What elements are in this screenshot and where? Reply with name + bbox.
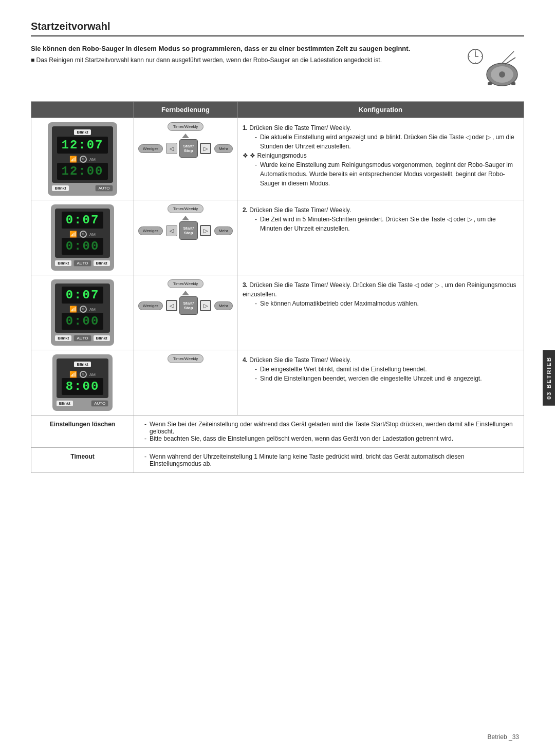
display-screen-2: 0:07 📶 ⊕ AM 0:00	[55, 209, 110, 258]
device-display-1: Blinkt 12:07 📶 ⊕ AM 12:00 Blinkt AUTO	[48, 122, 117, 196]
blink-label-left-3: Blinkt	[55, 335, 71, 341]
blink-label-left-2: Blinkt	[55, 260, 71, 266]
blink-label-right-3: Blinkt	[94, 335, 110, 341]
device-display-2: 0:07 📶 ⊕ AM 0:00 Blinkt AUTO Blinkt	[51, 204, 114, 271]
timer-weekly-btn-1[interactable]: Timer/Weekly	[168, 122, 203, 131]
blink-label-bottom-4: Blinkt	[57, 401, 73, 406]
svg-point-9	[499, 71, 505, 78]
auto-badge-3: AUTO	[73, 335, 91, 342]
nav-cluster-3: Weniger ◁ Start/Stop ▷ Mehr	[138, 291, 233, 315]
am-text-2: AM	[89, 232, 96, 237]
left-arrow-btn-1[interactable]: ◁	[166, 143, 177, 154]
nav-cluster-1: Weniger ◁ Start/Stop ▷ Mehr	[138, 134, 233, 158]
blink-badge-top-4: Blinkt	[74, 362, 90, 367]
col-config-header: Konfiguration	[237, 102, 524, 118]
rmt-row-mid-2: Weniger ◁ Start/Stop ▷ Mehr	[138, 221, 233, 240]
rmt-row-mid-1: Weniger ◁ Start/Stop ▷ Mehr	[138, 139, 233, 158]
auto-badge-4: AUTO	[91, 400, 108, 407]
side-tab: 03 BETRIEB	[543, 350, 555, 406]
rmt-row-mid-3: Weniger ◁ Start/Stop ▷ Mehr	[138, 296, 233, 315]
signal-icon-3: 📶	[69, 306, 77, 313]
display-bottom-1: 📶 ⊕ AM	[69, 156, 96, 163]
timer-weekly-btn-2[interactable]: Timer/Weekly	[168, 204, 203, 213]
svg-line-11	[511, 51, 514, 54]
time-display-bottom-1: 12:00	[57, 163, 107, 180]
timer-weekly-btn-4[interactable]: Timer/Weekly	[168, 354, 203, 363]
device-cell-4: Blinkt 📶 ⊕ AM 8:00 Blinkt AUTO	[31, 350, 134, 415]
mehr-btn-1[interactable]: Mehr	[214, 144, 233, 153]
right-arrow-btn-3[interactable]: ▷	[200, 300, 211, 311]
config-cell-2: 2. Drücken Sie die Taste Timer/ Weekly. …	[237, 200, 524, 275]
einstellungen-row: Einstellungen löschen Wenn Sie bei der Z…	[31, 415, 524, 448]
nav-mid-3: ◁ Start/Stop ▷	[166, 296, 211, 315]
auto-badge-1: AUTO	[95, 185, 113, 192]
device-cell-3: 0:07 📶 ⊕ AM 0:00 Blinkt AUTO Blinkt	[31, 275, 134, 350]
timeout-label: Timeout	[31, 448, 134, 473]
signal-icon-1: 📶	[69, 156, 77, 163]
col-device-header	[31, 102, 134, 118]
einstellungen-detail: Wenn Sie bei der Zeiteinstellung oder wä…	[134, 415, 524, 448]
intro-text: Sie können den Robo-Sauger in diesem Mod…	[31, 45, 452, 91]
device-wrapper-1: Blinkt 12:07 📶 ⊕ AM 12:00 Blinkt AUTO	[35, 122, 130, 196]
start-stop-btn-3[interactable]: Start/Stop	[179, 296, 198, 315]
robot-vacuum-image	[465, 46, 522, 90]
time-display-top-3: 0:07	[62, 287, 104, 304]
right-arrow-btn-1[interactable]: ▷	[200, 143, 211, 154]
device-wrapper-2: 0:07 📶 ⊕ AM 0:00 Blinkt AUTO Blinkt	[35, 204, 130, 271]
remote-wrapper-1: Timer/Weekly Weniger ◁ Start/Stop ▷ Mehr	[138, 122, 233, 158]
col-remote-header: Fernbedienung	[134, 102, 237, 118]
arrow-up-icon-3	[182, 291, 189, 295]
blink-label-bottom-1: Blinkt	[52, 185, 68, 191]
page-title: Startzeitvorwahl	[31, 21, 524, 36]
arrow-up-icon-2	[182, 216, 189, 220]
clock-badge-3: ⊕	[80, 306, 87, 313]
remote-cell-3: Timer/Weekly Weniger ◁ Start/Stop ▷ Mehr	[134, 275, 237, 350]
config-cell-3: 3. Drücken Sie die Taste Timer/ Weekly. …	[237, 275, 524, 350]
nav-mid-1: ◁ Start/Stop ▷	[166, 139, 211, 158]
signal-icon-4: 📶	[69, 371, 77, 378]
blink-badge-top-1: Blinkt	[74, 129, 90, 135]
left-arrow-btn-2[interactable]: ◁	[166, 225, 177, 236]
device-wrapper-4: Blinkt 📶 ⊕ AM 8:00 Blinkt AUTO	[35, 354, 130, 411]
intro-block: Sie können den Robo-Sauger in diesem Mod…	[31, 45, 524, 91]
intro-bold: Sie können den Robo-Sauger in diesem Mod…	[31, 45, 452, 52]
right-arrow-btn-2[interactable]: ▷	[200, 225, 211, 236]
remote-cell-4: Timer/Weekly	[134, 350, 237, 415]
einstellungen-list: Wenn Sie bei der Zeiteinstellung oder wä…	[140, 421, 517, 442]
timeout-row: Timeout Wenn während der Uhrzeiteinstell…	[31, 448, 524, 473]
timer-weekly-btn-3[interactable]: Timer/Weekly	[168, 279, 203, 288]
svg-line-10	[502, 54, 511, 63]
time-display-bottom-3: 0:00	[62, 313, 104, 330]
blink-label-right-2: Blinkt	[94, 260, 110, 266]
time-display-bottom-2: 0:00	[62, 238, 104, 255]
clock-badge-1: ⊕	[80, 156, 87, 163]
config-text-4: 4. Drücken Sie die Taste Timer/ Weekly. …	[243, 355, 519, 383]
arrow-up-icon-1	[182, 134, 189, 138]
weniger-btn-3[interactable]: Weniger	[138, 301, 163, 310]
mehr-btn-3[interactable]: Mehr	[214, 301, 233, 310]
device-cell-2: 0:07 📶 ⊕ AM 0:00 Blinkt AUTO Blinkt	[31, 200, 134, 275]
device-cell-1: Blinkt 12:07 📶 ⊕ AM 12:00 Blinkt AUTO	[31, 118, 134, 200]
table-row: Blinkt 12:07 📶 ⊕ AM 12:00 Blinkt AUTO	[31, 118, 524, 200]
config-cell-4: 4. Drücken Sie die Taste Timer/ Weekly. …	[237, 350, 524, 415]
einstellungen-label: Einstellungen löschen	[31, 415, 134, 448]
list-item: Wenn Sie bei der Zeiteinstellung oder wä…	[144, 421, 517, 435]
timeout-list: Wenn während der Uhrzeiteinstellung 1 Mi…	[140, 453, 517, 467]
weniger-btn-1[interactable]: Weniger	[138, 144, 163, 153]
remote-wrapper-4: Timer/Weekly	[138, 354, 233, 363]
table-row: Blinkt 📶 ⊕ AM 8:00 Blinkt AUTO	[31, 350, 524, 415]
mehr-btn-2[interactable]: Mehr	[214, 226, 233, 235]
left-arrow-btn-3[interactable]: ◁	[166, 300, 177, 311]
remote-cell-1: Timer/Weekly Weniger ◁ Start/Stop ▷ Mehr	[134, 118, 237, 200]
svg-rect-13	[488, 82, 492, 85]
table-row: 0:07 📶 ⊕ AM 0:00 Blinkt AUTO Blinkt	[31, 275, 524, 350]
display-bottom-4: 📶 ⊕ AM	[69, 371, 96, 378]
start-stop-btn-1[interactable]: Start/Stop	[179, 139, 198, 158]
weniger-btn-2[interactable]: Weniger	[138, 226, 163, 235]
display-screen-4: Blinkt 📶 ⊕ AM 8:00	[57, 358, 109, 398]
device-display-3: 0:07 📶 ⊕ AM 0:00 Blinkt AUTO Blinkt	[51, 279, 114, 346]
start-stop-btn-2[interactable]: Start/Stop	[179, 221, 198, 240]
nav-cluster-2: Weniger ◁ Start/Stop ▷ Mehr	[138, 216, 233, 240]
intro-image	[462, 45, 524, 91]
display-screen-3: 0:07 📶 ⊕ AM 0:00	[55, 284, 110, 333]
